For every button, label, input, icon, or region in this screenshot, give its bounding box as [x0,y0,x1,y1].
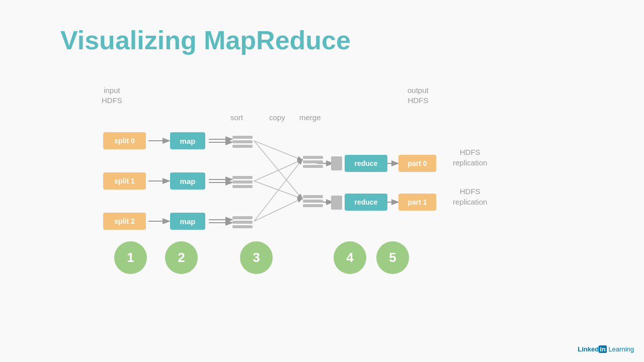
watermark: Linkedin Learning [578,345,634,353]
sort-lines-2 [232,216,253,228]
box-split-0: split 0 [103,132,146,149]
box-map-0: map [170,132,205,149]
svg-line-14 [254,199,302,221]
svg-line-9 [254,141,302,160]
hdfs-rep-1: HDFSreplication [453,147,487,168]
merge-square-top [331,156,342,170]
hdfs-rep-2: HDFSreplication [453,186,487,207]
step-5: 5 [376,241,409,274]
merge-lines-bottom [303,195,323,207]
merge-square-bottom [331,196,342,210]
step-2: 2 [165,241,198,274]
box-reduce-1: reduce [345,194,387,211]
box-reduce-0: reduce [345,155,387,172]
step-1: 1 [114,241,147,274]
page-title: Visualizing MapReduce [60,25,351,55]
label-output: outputHDFS [408,85,429,105]
box-split-1: split 1 [103,172,146,190]
label-merge: merge [299,113,321,122]
svg-line-11 [254,160,302,181]
label-copy: copy [269,113,285,122]
label-sort: sort [230,113,243,122]
step-4: 4 [334,241,366,274]
step-3: 3 [240,241,273,274]
label-input: inputHDFS [102,85,122,105]
box-map-2: map [170,213,205,230]
box-split-2: split 2 [103,213,146,230]
svg-line-13 [254,160,302,221]
box-map-1: map [170,172,205,190]
sort-lines-1 [232,176,253,188]
sort-lines-0 [232,136,253,148]
merge-lines-top [303,156,323,168]
box-part-0: part 0 [398,155,436,172]
box-part-1: part 1 [398,194,436,211]
diagram-area: inputHDFS sort copy merge outputHDFS spl… [60,85,564,277]
